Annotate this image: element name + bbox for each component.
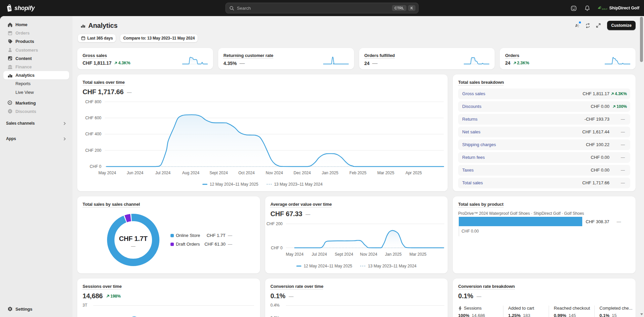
sidebar-item-products[interactable]: Products xyxy=(3,37,69,46)
row-no-change-dash: — xyxy=(621,168,625,173)
legend-label: 12 May 2024–11 May 2025 xyxy=(210,182,258,187)
sidebar-item-customers[interactable]: Customers xyxy=(3,46,69,54)
chart-title[interactable]: Conversion rate over time xyxy=(270,284,324,289)
legend-label: 12 May 2024–11 May 2025 xyxy=(304,264,352,268)
kpi-card-1[interactable]: Returning customer rate 4.35% — xyxy=(218,48,354,69)
chart-current-value: 0.1% xyxy=(458,292,473,300)
sidebar-item-content[interactable]: Content xyxy=(3,54,69,63)
svg-text:Jan 2025: Jan 2025 xyxy=(385,252,402,257)
kpi-title[interactable]: Returning customer rate xyxy=(224,53,274,58)
funnel-step-pct: 1.25% xyxy=(508,313,521,317)
sidebar-item-discounts[interactable]: Discounts xyxy=(3,107,69,116)
target-icon xyxy=(7,100,13,106)
sidebar-item-settings[interactable]: Settings xyxy=(3,305,69,313)
breakdown-row-link[interactable]: Taxes xyxy=(462,168,591,173)
sidebar-section-apps[interactable]: Apps xyxy=(3,134,69,143)
breakdown-row-link[interactable]: Returns xyxy=(462,117,584,122)
main-content: Analytics xyxy=(72,16,644,317)
sessions-line-chart xyxy=(77,278,260,317)
funnel-step-count: 15 xyxy=(612,313,616,317)
kpi-title[interactable]: Gross sales xyxy=(83,53,107,58)
sidebar-item-analytics[interactable]: Analytics xyxy=(3,71,69,79)
sidebar-section-sales-channels[interactable]: Sales channels xyxy=(3,119,69,128)
kpi-card-3[interactable]: Orders 24 2.3K% xyxy=(500,48,636,69)
legend-current-period[interactable]: 12 May 2024–11 May 2025 xyxy=(296,264,352,268)
funnel-step-1: Added to cart 1.25%183 xyxy=(503,306,549,317)
funnel-step-count: 183 xyxy=(523,313,530,317)
funnel-step-label: Added to cart xyxy=(508,306,534,311)
breakdown-row-value: CHF 1,811.17 xyxy=(583,91,609,96)
svg-text:May 2024: May 2024 xyxy=(98,171,116,175)
breakdown-row-value: -CHF 193.73 xyxy=(585,117,609,122)
sidekick-button[interactable] xyxy=(568,3,579,13)
kpi-title[interactable]: Orders fulfilled xyxy=(364,53,395,58)
conversion-over-time-card: Conversion rate over time 0.1%— 0.4% 0.2… xyxy=(265,278,448,317)
row-change-badge: 100% xyxy=(612,104,627,109)
breakdown-row-link[interactable]: Total sales xyxy=(462,180,582,185)
row-no-change-dash: — xyxy=(621,130,625,134)
svg-text:Sept 2024: Sept 2024 xyxy=(209,171,228,175)
store-menu[interactable]: GOLF ShipDirect Golf xyxy=(595,4,641,12)
kpi-card-2[interactable]: Orders fulfilled 24 — xyxy=(359,48,495,69)
customize-button[interactable]: Customize xyxy=(607,21,636,30)
breakdown-row-link[interactable]: Net sales xyxy=(462,129,582,134)
sidebar-item-label: Home xyxy=(15,22,28,27)
person-icon xyxy=(7,47,13,53)
breakdown-row-link[interactable]: Return fees xyxy=(462,155,591,160)
gridline xyxy=(286,305,445,306)
total-sales-line-chart: CHF 0CHF 200CHF 400CHF 600CHF 800May 202… xyxy=(77,74,448,191)
sidebar-item-label: Finance xyxy=(15,64,32,69)
bar-axis-line xyxy=(459,226,459,236)
no-change-dash: — xyxy=(289,294,293,299)
aov-line-chart: CHF 0CHF 200May 2024Jul 2024Sept 2024Nov… xyxy=(265,196,448,273)
chart-title[interactable]: Total sales by sales channel xyxy=(83,202,140,207)
compare-filter[interactable]: Compare to: 13 May 2023–11 May 2024 xyxy=(120,34,198,42)
svg-text:Sept 2024: Sept 2024 xyxy=(335,252,353,257)
scrollbar-thumb[interactable] xyxy=(640,17,643,62)
notifications-bell-icon[interactable] xyxy=(582,3,593,13)
funnel-step-2: Reached checkout 0.99%145 xyxy=(549,306,595,317)
breakdown-title[interactable]: Total sales breakdown xyxy=(458,80,504,85)
kpi-card-0[interactable]: Gross sales CHF 1,811.17 4.3K% xyxy=(77,48,213,69)
row-change-badge: 4.3K% xyxy=(611,91,627,96)
breakdown-row-link[interactable]: Discounts xyxy=(462,104,591,109)
page-scrollbar[interactable] xyxy=(639,16,644,317)
legend-label: Draft Orders xyxy=(176,242,203,247)
funnel-step-count: 14,686 xyxy=(472,313,485,317)
legend-compare-period[interactable]: 13 May 2023–11 May 2024 xyxy=(360,264,416,268)
refresh-cycle-button[interactable] xyxy=(583,21,592,30)
sidebar-item-reports[interactable]: Reports xyxy=(3,79,69,88)
legend-value: CHF 61.30 xyxy=(203,242,226,247)
home-icon xyxy=(7,22,13,27)
scrollbar-down-arrow[interactable] xyxy=(640,313,643,315)
sidebar-item-marketing[interactable]: Marketing xyxy=(3,99,69,107)
sidebar-item-orders[interactable]: Orders xyxy=(3,29,69,37)
funnel-step-label: Reached checkout xyxy=(554,306,590,311)
chart-title[interactable]: Total sales by product xyxy=(458,202,503,207)
insights-sparkle-button[interactable] xyxy=(572,21,582,30)
date-range-filter[interactable]: Last 365 days xyxy=(78,34,116,42)
no-change-dash: — xyxy=(477,294,481,299)
expand-fullscreen-button[interactable] xyxy=(594,21,603,30)
notification-dot xyxy=(579,21,581,24)
sidebar-item-live-view[interactable]: Live View xyxy=(3,88,69,97)
sidebar-item-label: Settings xyxy=(15,307,32,312)
sidebar-item-home[interactable]: Home xyxy=(3,20,69,29)
legend-compare-period[interactable]: 13 May 2023–11 May 2024 xyxy=(266,182,323,187)
breakdown-row-return-fees: Return fees CHF 0.00 — xyxy=(458,152,630,163)
kpi-title[interactable]: Orders xyxy=(505,53,519,58)
shopify-logo[interactable]: S shopify xyxy=(6,4,35,12)
sidebar-item-finance[interactable]: Finance xyxy=(3,63,69,71)
funnel-step-pct: 100% xyxy=(458,313,469,317)
breakdown-row-link[interactable]: Gross sales xyxy=(462,91,583,96)
chart-legend: 12 May 2024–11 May 2025 13 May 2023–11 M… xyxy=(265,264,448,268)
kpi-change-badge: 4.3K% xyxy=(114,61,130,65)
product-bar[interactable] xyxy=(459,217,582,226)
row-no-change-dash: — xyxy=(621,155,625,160)
sidebar-section-label: Apps xyxy=(6,136,16,141)
legend-current-period[interactable]: 12 May 2024–11 May 2025 xyxy=(202,182,258,187)
chart-title[interactable]: Conversion rate breakdown xyxy=(458,284,515,289)
search-input[interactable]: Search CTRL K xyxy=(226,3,418,13)
funnel-step-pct: 0.99% xyxy=(554,313,566,317)
breakdown-row-link[interactable]: Shipping charges xyxy=(462,142,586,147)
